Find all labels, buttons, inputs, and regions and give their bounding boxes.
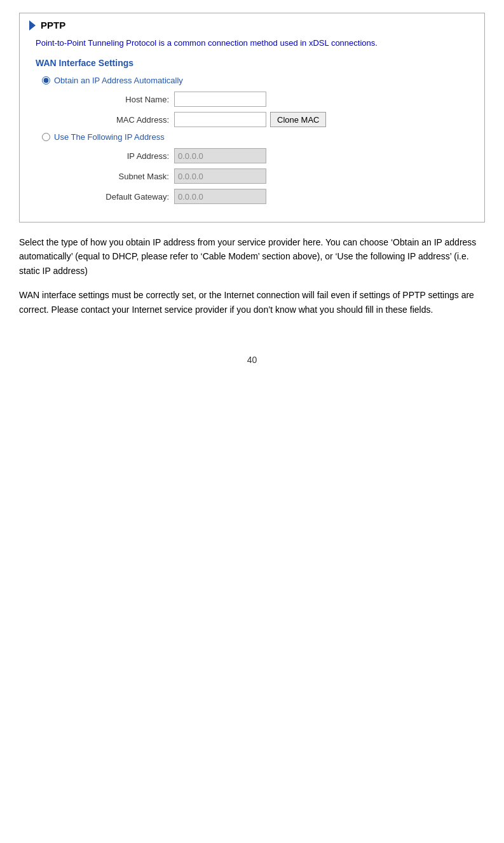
host-name-row: Host Name:: [36, 92, 468, 107]
radio-auto-label: Obtain an IP Address Automatically: [54, 76, 183, 85]
host-name-label: Host Name:: [86, 95, 169, 104]
subnet-mask-input: [174, 168, 266, 184]
description-para1: Select the type of how you obtain IP add…: [19, 235, 485, 278]
mac-address-row: MAC Address: Clone MAC: [36, 112, 468, 127]
clone-mac-button[interactable]: Clone MAC: [270, 112, 326, 127]
radio-static[interactable]: [42, 133, 50, 141]
subnet-mask-row: Subnet Mask:: [36, 168, 468, 184]
ip-address-label: IP Address:: [86, 151, 169, 161]
radio-static-row: Use The Following IP Address: [42, 132, 468, 142]
ip-address-input: [174, 148, 266, 163]
pptp-box: PPTP Point-to-Point Tunneling Protocol i…: [19, 13, 485, 223]
mac-address-input[interactable]: [174, 112, 266, 127]
subnet-mask-label: Subnet Mask:: [86, 172, 169, 181]
radio-static-label: Use The Following IP Address: [54, 132, 165, 142]
host-name-input[interactable]: [174, 92, 266, 107]
pptp-description: Point-to-Point Tunneling Protocol is a c…: [29, 38, 475, 48]
pptp-title: PPTP: [41, 20, 65, 31]
default-gateway-input: [174, 189, 266, 204]
wan-settings: WAN Interface Settings Obtain an IP Addr…: [29, 58, 475, 204]
page-content: PPTP Point-to-Point Tunneling Protocol i…: [19, 13, 485, 365]
page-number: 40: [19, 355, 485, 365]
pptp-title-bar: PPTP: [29, 20, 475, 31]
pptp-triangle-icon: [29, 20, 36, 31]
default-gateway-row: Default Gateway:: [36, 189, 468, 204]
wan-heading: WAN Interface Settings: [36, 58, 468, 68]
description-para2: WAN interface settings must be correctly…: [19, 288, 485, 317]
mac-address-label: MAC Address:: [86, 115, 169, 125]
default-gateway-label: Default Gateway:: [86, 192, 169, 202]
radio-auto-row: Obtain an IP Address Automatically: [42, 76, 468, 85]
radio-auto[interactable]: [42, 76, 50, 85]
ip-address-row: IP Address:: [36, 148, 468, 163]
